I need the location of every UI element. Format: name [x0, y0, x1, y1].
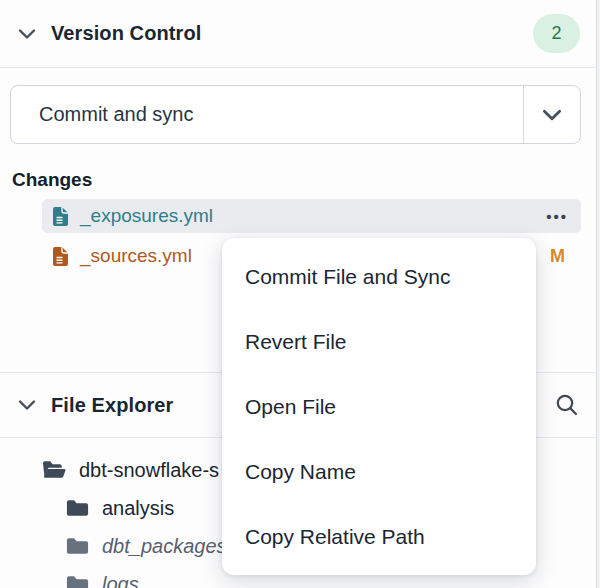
- commit-action-caret-button[interactable]: [523, 86, 580, 143]
- commit-action-dropdown[interactable]: Commit and sync: [10, 85, 581, 144]
- folder-icon: [65, 536, 90, 556]
- chevron-down-icon[interactable]: [16, 394, 38, 416]
- file-document-icon: [52, 246, 69, 267]
- file-options-ellipsis-button[interactable]: •••: [546, 209, 568, 224]
- menu-item-commit-file-and-sync[interactable]: Commit File and Sync: [222, 244, 536, 309]
- search-icon[interactable]: [554, 392, 580, 418]
- tree-item-label[interactable]: logs: [102, 573, 139, 588]
- version-control-header: Version Control 2: [0, 0, 596, 68]
- changes-count-badge: 2: [533, 14, 580, 53]
- changed-file-row-exposures[interactable]: _exposures.yml •••: [42, 199, 581, 233]
- changed-file-name[interactable]: _exposures.yml: [80, 205, 546, 227]
- menu-item-copy-name[interactable]: Copy Name: [222, 439, 536, 504]
- menu-item-copy-relative-path[interactable]: Copy Relative Path: [222, 504, 536, 569]
- menu-item-open-file[interactable]: Open File: [222, 374, 536, 439]
- modified-status-badge: M: [550, 246, 568, 267]
- file-explorer-title: File Explorer: [51, 394, 173, 417]
- folder-icon: [65, 498, 90, 518]
- menu-item-revert-file[interactable]: Revert File: [222, 309, 536, 374]
- folder-icon: [65, 574, 90, 588]
- file-context-menu: Commit File and Sync Revert File Open Fi…: [222, 238, 536, 575]
- changes-section-label: Changes: [12, 169, 596, 191]
- chevron-down-icon[interactable]: [16, 23, 38, 45]
- version-control-title: Version Control: [51, 22, 201, 45]
- folder-open-icon: [42, 460, 67, 480]
- file-document-icon: [52, 206, 69, 227]
- tree-item-label[interactable]: analysis: [102, 497, 174, 520]
- tree-item-label[interactable]: dbt_packages: [102, 535, 227, 558]
- tree-item-label[interactable]: dbt-snowflake-s: [79, 459, 219, 482]
- chevron-down-icon: [540, 103, 564, 127]
- commit-action-selected[interactable]: Commit and sync: [11, 86, 523, 143]
